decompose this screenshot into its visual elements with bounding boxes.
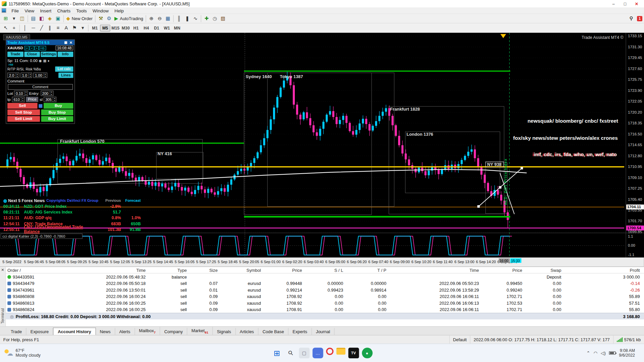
column-header-price[interactable]: Price <box>483 267 526 273</box>
eye-icon[interactable]: ◉ <box>39 58 42 62</box>
new-order-button[interactable]: ◆New Order <box>65 14 94 22</box>
tab-code-base[interactable]: Code Base <box>259 328 288 335</box>
terminal-close-icon[interactable]: ✕ <box>1 267 4 272</box>
channel-tool[interactable]: ∥ <box>46 24 54 32</box>
column-header-price[interactable]: Price <box>265 267 306 273</box>
panel-tab-trade[interactable]: Trade <box>7 52 23 57</box>
tab-company[interactable]: Company <box>160 328 187 335</box>
trendline-tool[interactable]: ╱ <box>38 24 46 32</box>
table-row[interactable]: 9347439612022.09.06 13:50:01sell0.01euru… <box>6 287 644 293</box>
status-profile[interactable]: Default <box>449 336 470 344</box>
crosshair-tool[interactable]: + <box>10 24 18 32</box>
tab-mailbox[interactable]: Mailbox7 <box>135 327 160 335</box>
tradingview-icon[interactable]: TV <box>348 348 359 358</box>
vertical-line-tool[interactable]: │ <box>21 24 30 32</box>
market-watch-icon[interactable]: ▤ <box>29 14 38 22</box>
tab-exposure[interactable]: Exposure <box>26 328 53 335</box>
panel-tab-close[interactable]: Close <box>24 52 40 57</box>
terminal-panel-icon[interactable]: ▣ <box>54 14 62 22</box>
lot-stepper[interactable]: 0.10▲▼ <box>14 90 28 96</box>
table-row[interactable]: 9348608242022.09.06 16:00:25sell0.09xauu… <box>6 306 644 313</box>
timeframe-m1[interactable]: M1 <box>90 24 100 32</box>
close-button[interactable]: ✕ <box>631 1 642 6</box>
fibonacci-tool[interactable]: ≡ <box>54 24 62 32</box>
timeframe-d1[interactable]: D1 <box>151 24 162 32</box>
column-header-order[interactable]: Order / <box>6 267 47 273</box>
column-header-time[interactable]: Time <box>47 267 150 273</box>
bar-chart-icon[interactable]: ║ <box>175 14 183 22</box>
tab-articles[interactable]: Articles <box>236 328 259 335</box>
sell-button[interactable]: Sell <box>7 103 37 109</box>
timeframe-m5[interactable]: M5 <box>100 24 110 32</box>
tab-trade[interactable]: Trade <box>7 328 26 335</box>
candlestick-chart-icon[interactable]: ❚ <box>183 14 192 22</box>
start-button[interactable]: ⊞ <box>272 348 282 358</box>
expert-settings-icon[interactable]: ⚙ <box>105 14 113 22</box>
timeframe-m15[interactable]: M15 <box>110 24 121 32</box>
tp-stepper[interactable]: 610▲▼ <box>12 97 25 102</box>
alarm-icon[interactable]: ♦ <box>48 58 49 62</box>
sell-stop-button[interactable]: Sell Stop <box>7 110 40 115</box>
autotrading-button[interactable]: ▶AutoTrading <box>113 14 144 22</box>
panel-nav-button-3[interactable]: HS <box>39 46 46 50</box>
battery-icon[interactable] <box>609 351 616 355</box>
minimize-button[interactable]: – <box>608 1 619 6</box>
buy-limit-button[interactable]: Buy Limit <box>41 116 73 122</box>
panel-nav-button-0[interactable]: |< <box>24 46 29 50</box>
text-tool[interactable]: A <box>62 24 70 32</box>
column-header-swap[interactable]: Swap <box>526 267 566 273</box>
menu-item-charts[interactable]: Charts <box>54 8 73 13</box>
file-explorer-icon[interactable] <box>336 348 345 355</box>
history-table-header[interactable]: Order /TimeTypeSizeSymbolPriceS / LT / P… <box>6 267 644 274</box>
column-header-tp[interactable]: T / P <box>347 267 390 273</box>
tile-windows-icon[interactable]: ▦ <box>164 14 172 22</box>
timeframe-mn[interactable]: MN <box>172 24 182 32</box>
panel-close-icon[interactable]: ✕ <box>68 40 73 44</box>
buy-button[interactable]: Buy <box>43 103 73 109</box>
tab-account-history[interactable]: Account History <box>53 327 96 335</box>
column-header-profit[interactable]: Profit <box>566 267 644 273</box>
templates-icon[interactable]: ▨ <box>219 14 227 22</box>
timeframe-h1[interactable]: H1 <box>131 24 141 32</box>
search-button[interactable]: ⚲ <box>283 346 298 361</box>
panel-nav-button-2[interactable]: > <box>35 46 39 50</box>
column-header-size[interactable]: Size <box>191 267 222 273</box>
swap-side-button[interactable] <box>39 104 42 108</box>
timeframe-w1[interactable]: W1 <box>162 24 172 32</box>
new-chart-icon[interactable]: ⊞ <box>2 14 10 22</box>
rsl-stepper[interactable]: 1.0▲▼ <box>20 73 32 78</box>
zoom-out-icon[interactable]: ⊖ <box>156 14 164 22</box>
timeframe-h4[interactable]: H4 <box>141 24 152 32</box>
teams-icon[interactable]: … <box>312 348 323 358</box>
menu-item-file[interactable]: File <box>9 8 22 13</box>
profiles-icon[interactable]: ◫ <box>18 14 26 22</box>
data-window-icon[interactable]: ◧ <box>38 14 46 22</box>
entry-stepper[interactable]: 200▲▼ <box>41 90 53 96</box>
search-icon[interactable]: ⚲ <box>627 14 636 22</box>
line-chart-icon[interactable]: ∿ <box>192 14 200 22</box>
column-header-symbol[interactable]: Symbol <box>222 267 265 273</box>
camera-icon[interactable]: ▣ <box>63 41 69 44</box>
menu-item-insert[interactable]: Insert <box>37 8 54 13</box>
sl-stepper[interactable]: 305▲▼ <box>44 97 56 102</box>
notification-badge[interactable]: 1 <box>637 16 642 21</box>
indicators-icon[interactable]: ✚ <box>203 14 211 22</box>
calendar-icon[interactable]: ▦ <box>43 58 46 62</box>
task-view-button[interactable]: ▢ <box>299 348 310 358</box>
wifi-icon[interactable]: ◠ <box>593 350 597 356</box>
taskbar-clock[interactable]: 9:08 AM 9/6/2022 <box>619 348 637 358</box>
rtp-stepper[interactable]: 2.0▲▼ <box>7 73 19 78</box>
green-app-icon[interactable]: ● <box>362 348 372 358</box>
menu-item-window[interactable]: Window <box>90 8 111 13</box>
navigator-icon[interactable]: ◈ <box>46 14 54 22</box>
tab-market[interactable]: Market91 <box>187 327 213 335</box>
panel-tab-info[interactable]: Info <box>57 52 73 57</box>
weather-widget[interactable]: ☁ 67°F Mostly cloudy <box>0 348 41 358</box>
panel-nav-button-1[interactable]: < <box>30 46 34 50</box>
table-row[interactable]: 9344344792022.09.06 05:50:18sell0.07euru… <box>6 280 644 287</box>
lines-button[interactable]: Lines <box>59 73 73 78</box>
timeframe-m30[interactable]: M30 <box>120 24 131 32</box>
tab-news[interactable]: News <box>96 328 115 335</box>
zoom-in-icon[interactable]: ⊕ <box>147 14 156 22</box>
lot-calc-button[interactable]: Lot calc <box>55 66 73 72</box>
